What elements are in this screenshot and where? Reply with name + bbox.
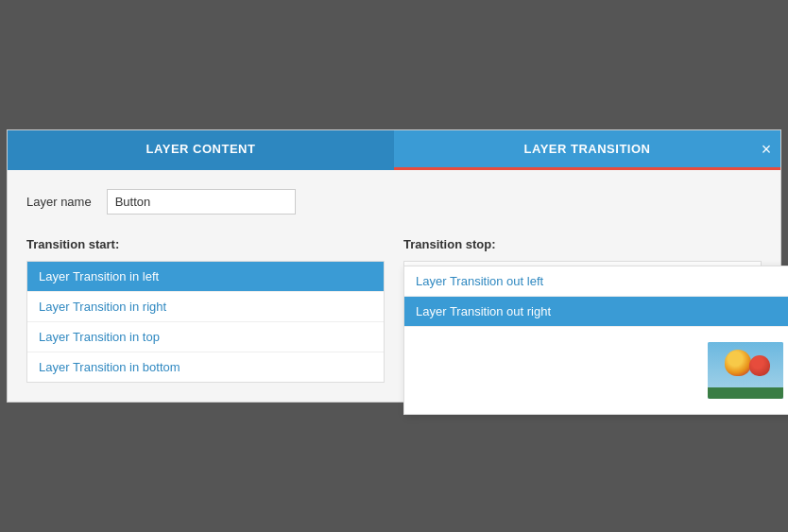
dialog: LAYER CONTENT LAYER TRANSITION × Layer n… xyxy=(7,129,781,403)
transition-stop-dropdown: Layer Transition out left Layer Transiti… xyxy=(403,266,788,415)
list-item[interactable]: Layer Transition in right xyxy=(27,292,384,322)
balloon-1 xyxy=(725,350,751,376)
tabs: LAYER CONTENT LAYER TRANSITION × xyxy=(8,130,780,170)
list-item[interactable]: Layer Transition in bottom xyxy=(27,352,384,382)
tab-layer-transition[interactable]: LAYER TRANSITION xyxy=(394,130,780,170)
transition-stop-title: Transition stop: xyxy=(403,237,762,251)
list-item[interactable]: Layer Transition in left xyxy=(27,262,384,292)
tab-layer-content[interactable]: LAYER CONTENT xyxy=(8,130,394,170)
preview-image xyxy=(708,342,783,399)
transition-start-panel: Transition start: Layer Transition in le… xyxy=(26,237,385,383)
close-button[interactable]: × xyxy=(752,130,780,168)
preview-area xyxy=(404,327,788,414)
transition-start-title: Transition start: xyxy=(26,237,385,251)
transition-start-list: Layer Transition in left Layer Transitio… xyxy=(26,261,385,383)
layer-name-input[interactable] xyxy=(107,189,296,215)
dropdown-item-out-right[interactable]: Layer Transition out right xyxy=(404,297,788,327)
dialog-content: Layer name Transition start: Layer Trans… xyxy=(8,170,780,402)
layer-name-row: Layer name xyxy=(26,189,762,215)
layer-name-label: Layer name xyxy=(26,195,92,209)
ground xyxy=(708,387,783,399)
transition-stop-panel: Transition stop: Layer Transition out le… xyxy=(403,237,762,383)
list-item[interactable]: Layer Transition in top xyxy=(27,322,384,352)
balloon-2 xyxy=(749,355,770,376)
dropdown-item-out-left[interactable]: Layer Transition out left xyxy=(404,266,788,297)
panels: Transition start: Layer Transition in le… xyxy=(26,237,762,383)
